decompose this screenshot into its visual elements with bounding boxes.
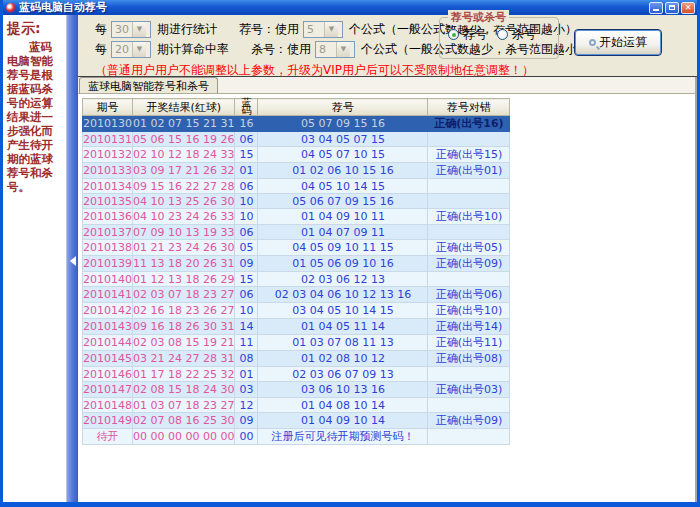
table-row[interactable]: 201013105 06 15 16 19 260603 04 05 07 15: [83, 132, 510, 147]
cell-blue[interactable]: 08: [235, 351, 258, 367]
table-row[interactable]: 201013801 21 23 24 26 300504 05 09 10 11…: [83, 240, 510, 256]
cell-blue[interactable]: 12: [235, 398, 258, 413]
cell-result[interactable]: [428, 272, 510, 287]
cell-blue[interactable]: 06: [235, 179, 258, 194]
cell-picks[interactable]: 02 03 06 12 13: [258, 272, 428, 287]
cell-reds[interactable]: 01 02 07 15 21 31: [133, 116, 235, 132]
cell-result[interactable]: 正确(出号03): [428, 382, 510, 398]
cell-reds[interactable]: 01 17 18 22 25 32: [133, 367, 235, 382]
chevron-down-icon[interactable]: ▼: [132, 22, 146, 37]
table-row[interactable]: 201013202 10 12 18 24 331504 05 07 10 15…: [83, 147, 510, 163]
cell-blue[interactable]: 10: [235, 194, 258, 209]
table-row[interactable]: 201014601 17 18 22 25 320102 03 06 07 09…: [83, 367, 510, 382]
cell-period[interactable]: 2010130: [83, 116, 133, 132]
table-row[interactable]: 201014202 16 18 23 26 271003 04 05 10 14…: [83, 303, 510, 319]
table-row[interactable]: 201013303 09 17 21 26 320101 02 06 10 15…: [83, 163, 510, 179]
cell-period[interactable]: 2010133: [83, 163, 133, 179]
table-row[interactable]: 201014102 03 07 18 23 270602 03 04 06 10…: [83, 287, 510, 303]
cell-blue[interactable]: 05: [235, 240, 258, 256]
cell-period[interactable]: 2010139: [83, 256, 133, 272]
cell-picks[interactable]: 01 03 07 08 11 13: [258, 335, 428, 351]
cell-reds[interactable]: 02 07 08 16 25 30: [133, 413, 235, 429]
stat-periods-select[interactable]: 30 ▼: [111, 21, 151, 38]
cell-reds[interactable]: 02 16 18 23 26 27: [133, 303, 235, 319]
cell-reds[interactable]: 09 16 18 26 30 31: [133, 319, 235, 335]
cell-result[interactable]: 正确(出号11): [428, 335, 510, 351]
chevron-down-icon[interactable]: ▼: [324, 22, 338, 37]
cell-reds[interactable]: 04 10 13 25 26 30: [133, 194, 235, 209]
header-reds[interactable]: 开奖结果(红球): [133, 99, 235, 116]
pick-radio-label[interactable]: 荐号: [463, 26, 487, 43]
cell-picks[interactable]: 01 04 07 09 11: [258, 225, 428, 240]
cell-blue[interactable]: 16: [235, 116, 258, 132]
header-period[interactable]: 期号: [83, 99, 133, 116]
table-row[interactable]: 201014702 08 15 18 24 300303 06 10 13 16…: [83, 382, 510, 398]
cell-result[interactable]: 正确(出号01): [428, 163, 510, 179]
cell-result[interactable]: 正确(出号10): [428, 303, 510, 319]
cell-result[interactable]: 正确(出号14): [428, 319, 510, 335]
cell-reds[interactable]: 03 21 24 27 28 31: [133, 351, 235, 367]
cell-reds[interactable]: 07 09 10 13 19 33: [133, 225, 235, 240]
tab-blue-ball-picks[interactable]: 蓝球电脑智能荐号和杀号: [79, 77, 218, 93]
table-row[interactable]: 201014001 12 13 18 26 291502 03 06 12 13: [83, 272, 510, 287]
cell-period[interactable]: 2010137: [83, 225, 133, 240]
cell-period[interactable]: 2010148: [83, 398, 133, 413]
cell-picks[interactable]: 05 07 09 15 16: [258, 116, 428, 132]
cell-blue[interactable]: 03: [235, 382, 258, 398]
cell-picks[interactable]: 03 04 05 10 14 15: [258, 303, 428, 319]
cell-blue[interactable]: 06: [235, 132, 258, 147]
cell-picks[interactable]: 02 03 06 07 09 13: [258, 367, 428, 382]
header-blue[interactable]: 蓝码: [235, 99, 258, 116]
cell-period[interactable]: 2010149: [83, 413, 133, 429]
cell-reds[interactable]: 05 06 15 16 19 26: [133, 132, 235, 147]
table-row[interactable]: 201014402 03 08 15 19 211101 03 07 08 11…: [83, 335, 510, 351]
cell-result[interactable]: 正确(出号09): [428, 256, 510, 272]
chevron-down-icon[interactable]: ▼: [336, 42, 350, 57]
cell-period[interactable]: 2010131: [83, 132, 133, 147]
cell-result[interactable]: 正确(出号05): [428, 240, 510, 256]
table-row[interactable]: 201014902 07 08 16 25 300901 04 09 10 14…: [83, 413, 510, 429]
cell-reds[interactable]: 00 00 00 00 00 00: [133, 429, 235, 445]
cell-period[interactable]: 2010147: [83, 382, 133, 398]
cell-period[interactable]: 2010144: [83, 335, 133, 351]
cell-blue[interactable]: 06: [235, 225, 258, 240]
header-picks[interactable]: 荐号: [258, 99, 428, 116]
table-row[interactable]: 201014503 21 24 27 28 310801 02 08 10 12…: [83, 351, 510, 367]
cell-period[interactable]: 2010138: [83, 240, 133, 256]
cell-result[interactable]: 正确(出号15): [428, 147, 510, 163]
cell-picks[interactable]: 03 06 10 13 16: [258, 382, 428, 398]
cell-period[interactable]: 2010145: [83, 351, 133, 367]
cell-reds[interactable]: 01 21 23 24 26 30: [133, 240, 235, 256]
cell-picks[interactable]: 注册后可见待开期预测号码！: [258, 429, 428, 445]
cell-blue[interactable]: 11: [235, 335, 258, 351]
restore-button[interactable]: [665, 2, 679, 14]
cell-picks[interactable]: 02 03 04 06 10 12 13 16: [258, 287, 428, 303]
kill-radio[interactable]: [497, 29, 508, 40]
minimize-button[interactable]: [649, 2, 663, 14]
table-row[interactable]: 201013604 10 23 24 26 331001 04 09 10 11…: [83, 209, 510, 225]
cell-blue[interactable]: 15: [235, 147, 258, 163]
header-result[interactable]: 荐号对错: [428, 99, 510, 116]
cell-picks[interactable]: 01 04 08 10 14: [258, 398, 428, 413]
cell-result[interactable]: 正确(出号08): [428, 351, 510, 367]
cell-period[interactable]: 2010142: [83, 303, 133, 319]
cell-picks[interactable]: 01 02 06 10 15 16: [258, 163, 428, 179]
cell-picks[interactable]: 05 06 07 09 15 16: [258, 194, 428, 209]
cell-reds[interactable]: 02 08 15 18 24 30: [133, 382, 235, 398]
cell-period[interactable]: 2010141: [83, 287, 133, 303]
hit-periods-select[interactable]: 20 ▼: [111, 41, 151, 58]
cell-period[interactable]: 2010146: [83, 367, 133, 382]
cell-reds[interactable]: 11 13 18 20 26 31: [133, 256, 235, 272]
table-row[interactable]: 201013707 09 10 13 19 330601 04 07 09 11: [83, 225, 510, 240]
table-row[interactable]: 201013911 13 18 20 26 310901 05 06 09 10…: [83, 256, 510, 272]
close-button[interactable]: ✕: [681, 2, 695, 14]
cell-picks[interactable]: 04 05 07 10 15: [258, 147, 428, 163]
cell-picks[interactable]: 01 02 08 10 12: [258, 351, 428, 367]
cell-result[interactable]: [428, 398, 510, 413]
table-row[interactable]: 201014801 03 07 18 23 271201 04 08 10 14: [83, 398, 510, 413]
cell-picks[interactable]: 01 04 05 11 14: [258, 319, 428, 335]
cell-blue[interactable]: 01: [235, 367, 258, 382]
cell-blue[interactable]: 10: [235, 303, 258, 319]
cell-blue[interactable]: 09: [235, 413, 258, 429]
cell-result[interactable]: 正确(出号10): [428, 209, 510, 225]
